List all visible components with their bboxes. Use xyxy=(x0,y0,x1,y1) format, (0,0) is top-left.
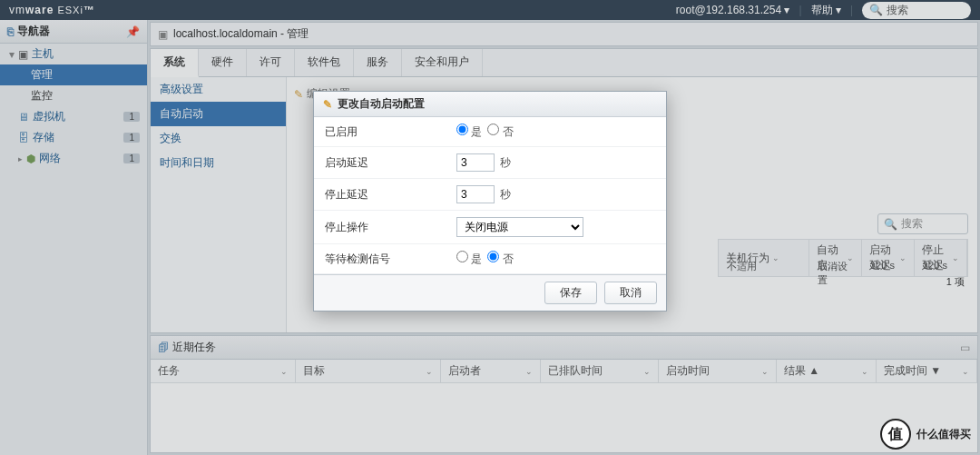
cancel-button[interactable]: 取消 xyxy=(604,282,657,304)
watermark: 值 什么值得买 xyxy=(880,419,971,450)
row-stop-delay: 停止延迟 秒 xyxy=(314,179,666,211)
modal-overlay: ✎ 更改自动启动配置 已启用 是 否 启动延迟 秒 停止延迟 秒 停止操作 xyxy=(0,0,980,455)
stop-delay-input[interactable] xyxy=(456,185,495,203)
enabled-yes[interactable]: 是 xyxy=(456,124,482,140)
row-stop-action: 停止操作 关闭电源 xyxy=(314,211,666,244)
autostart-dialog: ✎ 更改自动启动配置 已启用 是 否 启动延迟 秒 停止延迟 秒 停止操作 xyxy=(313,91,667,312)
heartbeat-no[interactable]: 否 xyxy=(487,251,513,267)
stop-action-select[interactable]: 关闭电源 xyxy=(456,217,583,237)
heartbeat-yes[interactable]: 是 xyxy=(456,251,482,267)
row-start-delay: 启动延迟 秒 xyxy=(314,147,666,179)
watermark-icon: 值 xyxy=(880,419,911,450)
start-delay-input[interactable] xyxy=(456,153,495,172)
row-wait-heartbeat: 等待检测信号 是 否 xyxy=(314,244,666,274)
save-button[interactable]: 保存 xyxy=(544,282,597,304)
pencil-icon: ✎ xyxy=(323,98,332,111)
dialog-title: ✎ 更改自动启动配置 xyxy=(314,92,666,117)
dialog-footer: 保存 取消 xyxy=(314,274,666,311)
enabled-no[interactable]: 否 xyxy=(487,124,513,140)
row-enabled: 已启用 是 否 xyxy=(314,117,666,147)
